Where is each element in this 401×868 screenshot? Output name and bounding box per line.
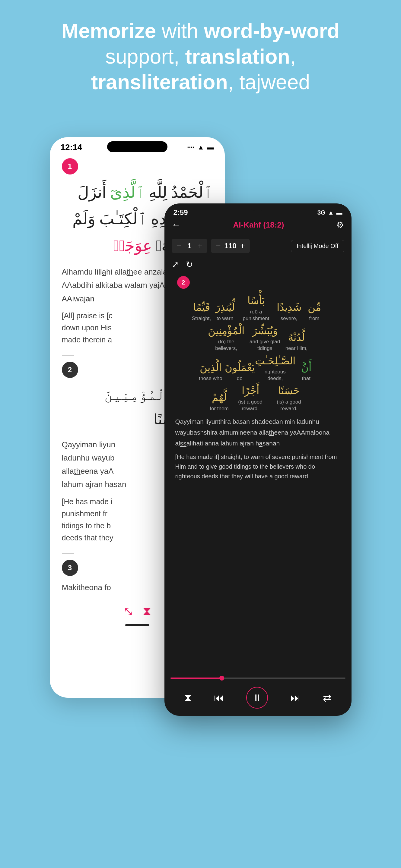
word-arabic: بَأْسًا	[248, 293, 265, 308]
word-row-1: مِّن from شَدِيدًا severe, بَأْسًا (of) …	[172, 293, 344, 322]
counter1-value: 1	[185, 242, 194, 250]
word-arabic: يَعْمَلُونَ	[225, 361, 255, 375]
surah-title: Al-Kahf (18:2)	[233, 220, 284, 230]
counter-controls: − 1 + − 110 + Intellij Mode Off	[165, 235, 351, 257]
word-arabic: قَيِّمًا	[193, 300, 210, 315]
counter2-minus[interactable]: −	[216, 241, 221, 251]
word-arabic: لِّيُنذِرَ	[216, 300, 235, 315]
dark-status-icons: 3G ▲ ▬	[317, 209, 342, 216]
divider-2	[62, 553, 74, 554]
dark-phone-main-content: 2 مِّن from شَدِيدًا severe, بَأْسًا	[165, 273, 351, 675]
dark-phone-time: 2:59	[173, 208, 188, 217]
phones-container: 12:14 ···· ▲ ▬ 1 ٱلْحَمْدُ لِلَّهِ ٱلَّذ…	[50, 119, 351, 722]
battery-icon-dark: ▬	[337, 209, 342, 216]
headline-wbw: word-by-word	[204, 19, 340, 42]
prev-button[interactable]: ⏮	[214, 692, 224, 704]
word-item: شَدِيدًا severe,	[277, 300, 302, 322]
settings-icon[interactable]: ⚙	[337, 220, 344, 230]
progress-bar-container	[165, 678, 351, 679]
word-english: from	[309, 315, 319, 322]
counter2-plus[interactable]: +	[240, 241, 245, 251]
word-row-2: لَّدُنْهُ near Him, وَيُبَشِّرَ and give…	[172, 324, 344, 352]
word-item: الصَّـٰلِحَـٰتِ righteous deeds,	[257, 354, 293, 382]
pause-button[interactable]: ⏸	[246, 687, 268, 709]
counter1-plus[interactable]: +	[198, 241, 202, 251]
word-arabic: أَنَّ	[301, 361, 311, 375]
word-item: أَجْرًا (is) a good reward.	[232, 384, 268, 412]
white-phone-status-icons: ···· ▲ ▬	[187, 144, 213, 151]
headline: Memorize with word-by-word support, tran…	[50, 18, 351, 95]
headline-translation: translation	[185, 45, 290, 68]
headline-memorize: Memorize	[62, 19, 156, 42]
word-english: for them	[210, 405, 228, 412]
home-indicator-white	[125, 624, 149, 626]
word-arabic: حَسَنًا	[278, 384, 299, 398]
word-english: to warn	[217, 315, 233, 322]
word-item: مِّن from	[304, 300, 325, 322]
progress-fill	[170, 678, 223, 679]
phone-dark: 2:59 3G ▲ ▬ ← Al-Kahf (18:2) ⚙ − 1 + − 1…	[165, 204, 351, 716]
word-arabic: الصَّـٰلِحَـٰتِ	[255, 354, 295, 368]
hourglass-icon[interactable]: ⧗	[143, 604, 151, 618]
word-arabic: الْمُؤْمِنِينَ	[208, 324, 245, 338]
word-item: بَأْسًا (of) a punishment	[238, 293, 274, 322]
expand-icon[interactable]: ⤢	[172, 259, 179, 270]
battery-icon: ▬	[207, 144, 213, 151]
counter1-minus[interactable]: −	[176, 241, 181, 251]
progress-thumb[interactable]	[219, 676, 224, 681]
dots-icon: ····	[187, 144, 194, 151]
word-english: do	[237, 375, 242, 382]
progress-track	[170, 678, 345, 679]
word-english: righteous deeds,	[257, 369, 293, 382]
divider-1	[62, 355, 74, 355]
word-item: حَسَنًا (is) a good reward.	[271, 384, 307, 412]
word-english: Straight,	[192, 315, 211, 322]
white-phone-notch	[107, 141, 168, 152]
word-english: (of) a punishment	[238, 309, 274, 322]
view-controls: ⤢ ↻	[165, 257, 351, 273]
arrows-icon[interactable]: ⤡	[123, 604, 134, 618]
verse-1-number: 1	[62, 158, 78, 175]
word-arabic: أَجْرًا	[242, 384, 259, 398]
intellij-mode-button[interactable]: Intellij Mode Off	[291, 240, 344, 252]
signal-icon: ▲	[328, 209, 334, 216]
dark-phone-notch	[249, 204, 267, 211]
next-button[interactable]: ⏭	[290, 692, 300, 704]
word-arabic: الَّذِينَ	[200, 361, 222, 375]
word-english: (is) a good reward.	[271, 399, 307, 412]
word-item: يَعْمَلُونَ do	[225, 361, 255, 382]
headline-transliteration: transliteration	[91, 70, 228, 93]
verse-2-number: 2	[62, 362, 78, 378]
word-arabic: شَدِيدًا	[277, 300, 302, 315]
hourglass-player-icon[interactable]: ⧗	[184, 692, 192, 704]
counter2-value: 110	[225, 242, 236, 250]
repeat-button[interactable]: ⇄	[323, 692, 331, 704]
dark-phone-header: ← Al-Kahf (18:2) ⚙	[165, 217, 351, 235]
word-arabic: لَّدُنْهُ	[288, 330, 305, 345]
word-item: الَّذِينَ those who	[199, 361, 222, 382]
dark-transliteration: Qayyiman liyunthira basan shadeedan min …	[169, 414, 347, 451]
verse-3-number: 3	[62, 560, 78, 576]
word-item: الْمُؤْمِنِينَ (to) the believers,	[208, 324, 245, 352]
word-item: لَّهُمْ for them	[209, 390, 230, 412]
word-arabic: وَيُبَشِّرَ	[252, 324, 278, 338]
word-english: severe,	[281, 315, 297, 322]
word-english: and give glad tidings	[247, 338, 283, 352]
pause-icon: ⏸	[253, 692, 262, 703]
verse-2-badge: 2	[177, 276, 190, 289]
word-english: (to) the believers,	[208, 338, 245, 352]
word-english: those who	[199, 375, 222, 382]
back-button[interactable]: ←	[172, 220, 181, 230]
word-item: لِّيُنذِرَ to warn	[214, 300, 236, 322]
refresh-icon[interactable]: ↻	[186, 259, 193, 270]
word-item: أَنَّ that	[296, 361, 317, 382]
word-item: قَيِّمًا Straight,	[191, 300, 212, 322]
word-by-word-grid: مِّن from شَدِيدًا severe, بَأْسًا (of) …	[169, 293, 347, 414]
counter-2: − 110 +	[211, 239, 250, 253]
dark-translation: [He has made it] straight, to warn of se…	[169, 451, 347, 485]
wifi-icon: ▲	[198, 144, 204, 151]
player-controls: ⧗ ⏮ ⏸ ⏭ ⇄	[165, 682, 351, 716]
counter-1: − 1 +	[172, 239, 208, 253]
word-arabic: لَّهُمْ	[212, 390, 227, 405]
word-row-3: أَنَّ that الصَّـٰلِحَـٰتِ righteous dee…	[172, 354, 344, 382]
